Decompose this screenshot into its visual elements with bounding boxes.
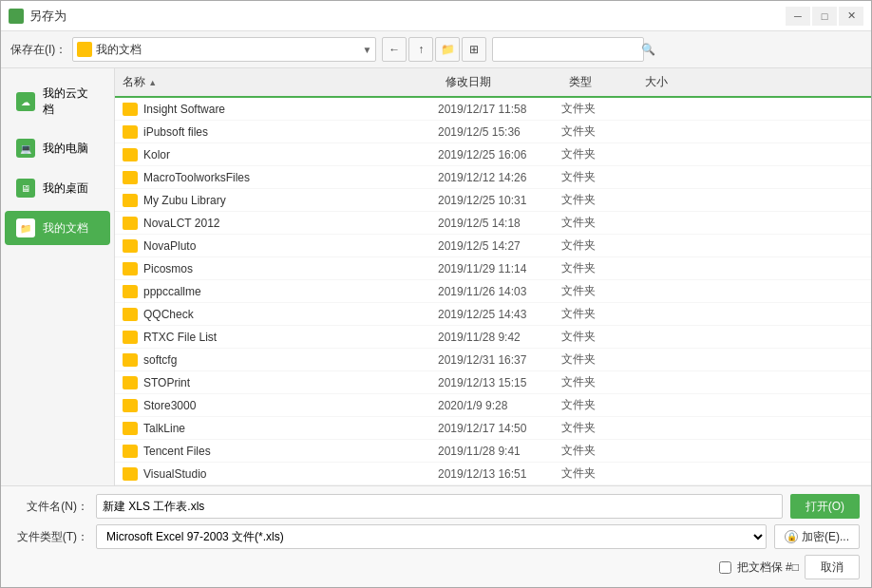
file-col-date: 2019/12/5 14:27 [438,239,561,253]
checkbox-row: 把文档保 #□ 取消 [12,555,860,579]
file-row[interactable]: My Zubu Library 2019/12/25 10:31 文件夹 [115,189,871,212]
search-input[interactable] [499,43,641,56]
file-col-name: Insight Software [115,103,438,116]
folder-icon [123,239,138,253]
folder-icon [123,262,138,275]
file-col-type: 文件夹 [561,101,637,117]
maximize-button[interactable]: □ [812,7,837,26]
file-col-name: iPubsoft files [115,125,438,139]
file-name-text: NovaLCT 2012 [143,217,220,230]
file-row[interactable]: Tencent Files 2019/11/28 9:41 文件夹 [115,440,871,463]
folder-icon [123,103,138,116]
sidebar-item-cloud-label: 我的云文档 [43,85,99,118]
back-button[interactable]: ← [382,37,407,62]
file-row[interactable]: QQCheck 2019/12/25 14:43 文件夹 [115,303,871,326]
file-col-date: 2019/12/13 15:15 [438,376,561,389]
minimize-button[interactable]: ─ [786,7,810,26]
window-title: 另存为 [29,8,66,25]
file-col-date: 2019/12/13 16:51 [438,467,561,481]
search-box[interactable]: 🔍 [492,37,644,62]
file-col-type: 文件夹 [561,123,637,140]
new-folder-button[interactable]: 📁 [435,37,460,62]
file-col-date: 2019/12/17 11:58 [438,103,561,116]
filename-label: 文件名(N)： [12,499,88,515]
title-bar-left: 另存为 [9,8,66,25]
file-col-type: 文件夹 [561,237,637,254]
folder-icon [123,148,138,161]
file-col-name: Kolor [115,148,438,161]
file-col-type: 文件夹 [561,374,637,390]
folder-icon [123,376,138,389]
sidebar-item-computer[interactable]: 💻 我的电脑 [5,131,110,165]
documents-icon: 📁 [16,218,35,237]
folder-icon [123,422,138,435]
file-row[interactable]: pppccallme 2019/11/26 14:03 文件夹 [115,280,871,303]
col-header-date[interactable]: 修改日期 [438,72,561,92]
file-col-type: 文件夹 [561,329,637,345]
filetype-select[interactable]: Microsoft Excel 97-2003 文件(*.xls) [96,524,767,549]
sidebar-item-computer-label: 我的电脑 [43,141,88,157]
file-row[interactable]: NovaLCT 2012 2019/12/5 14:18 文件夹 [115,212,871,235]
file-row[interactable]: softcfg 2019/12/31 16:37 文件夹 [115,349,871,371]
file-list-header: 名称 ▲ 修改日期 类型 大小 [115,68,871,98]
file-col-date: 2019/12/25 14:43 [438,308,561,321]
file-row[interactable]: Picosmos 2019/11/29 11:14 文件夹 [115,257,871,280]
file-name-text: Store3000 [143,399,196,412]
sidebar-item-documents[interactable]: 📁 我的文档 [5,211,110,245]
save-as-dialog: 另存为 ─ □ ✕ 保存在(I)： 我的文档 ▼ ← ↑ 📁 ⊞ 🔍 [0,0,872,588]
toolbar-buttons: ← ↑ 📁 ⊞ [382,37,486,62]
up-level-button[interactable]: ↑ [408,37,433,62]
sidebar-item-desktop-label: 我的桌面 [43,180,88,197]
file-col-name: Store3000 [115,399,438,412]
filename-input[interactable] [96,494,783,519]
bottom-panel: 文件名(N)： 打开(O) 文件类型(T)： Microsoft Excel 9… [1,485,871,587]
col-header-size[interactable]: 大小 [637,72,713,92]
file-col-name: STOPrint [115,376,438,389]
file-row[interactable]: MacroToolworksFiles 2019/12/12 14:26 文件夹 [115,166,871,189]
file-col-type: 文件夹 [561,215,637,231]
sidebar-item-cloud[interactable]: ☁ 我的云文档 [5,78,110,125]
close-button[interactable]: ✕ [839,7,863,26]
file-name-text: Kolor [143,148,170,161]
location-combobox[interactable]: 我的文档 ▼ [72,37,376,62]
file-row[interactable]: NovaPluto 2019/12/5 14:27 文件夹 [115,235,871,257]
file-row[interactable]: STOPrint 2019/12/13 15:15 文件夹 [115,371,871,394]
location-dropdown-arrow[interactable]: ▼ [362,45,371,55]
file-row[interactable]: VisualStudio 2019/12/13 16:51 文件夹 [115,463,871,485]
cancel-button[interactable]: 取消 [805,555,860,579]
file-col-type: 文件夹 [561,192,637,208]
file-col-name: NovaLCT 2012 [115,217,438,230]
view-button[interactable]: ⊞ [462,37,486,62]
col-header-name[interactable]: 名称 ▲ [115,72,438,92]
file-col-date: 2020/1/9 9:28 [438,399,561,412]
file-col-type: 文件夹 [561,260,637,276]
toolbar: 保存在(I)： 我的文档 ▼ ← ↑ 📁 ⊞ 🔍 [1,31,871,68]
save-in-label: 保存在(I)： [10,42,66,58]
file-col-date: 2019/12/25 10:31 [438,194,561,207]
file-row[interactable]: iPubsoft files 2019/12/5 15:36 文件夹 [115,121,871,143]
file-col-date: 2019/12/25 16:06 [438,148,561,161]
col-header-type[interactable]: 类型 [561,72,637,92]
folder-icon [123,171,138,184]
file-col-name: VisualStudio [115,467,438,481]
file-row[interactable]: RTXC File List 2019/11/28 9:42 文件夹 [115,326,871,349]
sidebar-item-desktop[interactable]: 🖥 我的桌面 [5,171,110,205]
file-row[interactable]: Kolor 2019/12/25 16:06 文件夹 [115,143,871,166]
file-name-text: softcfg [143,353,177,367]
file-row[interactable]: Insight Software 2019/12/17 11:58 文件夹 [115,98,871,121]
file-col-type: 文件夹 [561,169,637,185]
search-icon: 🔍 [641,43,655,56]
file-col-type: 文件夹 [561,465,637,482]
file-row[interactable]: Store3000 2020/1/9 9:28 文件夹 [115,394,871,417]
file-row[interactable]: TalkLine 2019/12/17 14:50 文件夹 [115,417,871,440]
open-button[interactable]: 打开(O) [790,494,860,519]
folder-icon [123,445,138,458]
file-col-name: NovaPluto [115,239,438,253]
save-document-checkbox[interactable] [719,561,731,574]
file-col-date: 2019/11/28 9:41 [438,445,561,458]
filename-row: 文件名(N)： 打开(O) [12,494,860,519]
computer-icon: 💻 [16,139,35,158]
file-col-date: 2019/12/5 15:36 [438,125,561,139]
encrypt-button[interactable]: 🔒 加密(E)... [774,524,860,549]
title-bar: 另存为 ─ □ ✕ [1,1,871,31]
